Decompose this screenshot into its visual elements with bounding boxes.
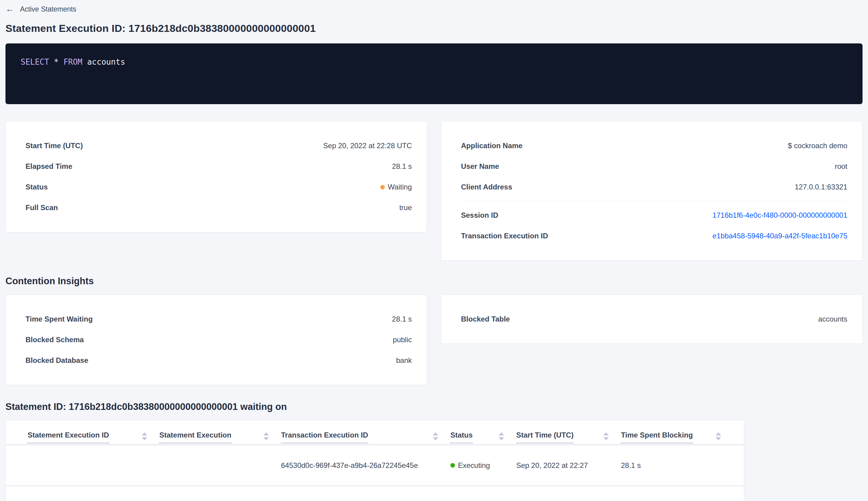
waiting-on-title: Statement ID: 1716b218dc0b38380000000000… <box>6 402 862 412</box>
time-spent-waiting-label: Time Spent Waiting <box>25 315 93 323</box>
overview-card: Start Time (UTC) Sep 20, 2022 at 22:28 U… <box>6 121 427 232</box>
session-id-link[interactable]: 1716b1f6-4e0c-f480-0000-000000000001 <box>713 211 847 220</box>
sort-arrows-icon[interactable] <box>142 433 147 440</box>
column-label: Time Spent Blocking <box>621 431 693 443</box>
time-spent-waiting-value: 28.1 s <box>392 315 412 323</box>
transaction-execution-id-link[interactable]: e1bba458-5948-40a9-a42f-5feac1b10e75 <box>713 232 847 240</box>
contention-right-card: Blocked Table accounts <box>441 295 862 344</box>
details-cards-row: Start Time (UTC) Sep 20, 2022 at 22:28 U… <box>6 121 862 260</box>
column-header-statement-execution-id[interactable]: Statement Execution ID <box>28 431 159 443</box>
sql-text: accounts <box>83 57 125 66</box>
status-badge: Waiting <box>380 183 412 191</box>
row-session-id: Session ID 1716b1f6-4e0c-f480-0000-00000… <box>461 205 847 226</box>
user-name-label: User Name <box>461 162 499 171</box>
row-start-time: Start Time (UTC) Sep 20, 2022 at 22:28 U… <box>25 136 412 156</box>
sql-keyword: FROM <box>63 57 83 66</box>
column-label: Statement Execution <box>159 431 231 443</box>
user-name-value: root <box>835 162 847 171</box>
cell-status: Executing <box>451 461 516 470</box>
sql-statement: SELECT * FROM accounts <box>21 57 847 66</box>
full-scan-label: Full Scan <box>25 203 58 212</box>
waiting-status-dot-icon <box>380 185 385 190</box>
back-link-label: Active Statements <box>20 5 76 13</box>
sort-arrows-icon[interactable] <box>499 433 504 440</box>
contention-insights-title: Contention Insights <box>6 276 862 287</box>
elapsed-time-label: Elapsed Time <box>25 162 72 171</box>
row-time-spent-waiting: Time Spent Waiting 28.1 s <box>25 309 412 329</box>
sort-arrows-icon[interactable] <box>263 433 269 440</box>
waiting-statements-table: Statement Execution ID Statement Executi… <box>6 420 744 501</box>
full-scan-value: true <box>399 203 412 212</box>
column-header-status[interactable]: Status <box>451 431 516 443</box>
row-full-scan: Full Scan true <box>25 198 412 218</box>
active-statement-details-page: ← Active Statements Statement Execution … <box>0 0 868 501</box>
column-header-time-spent-blocking[interactable]: Time Spent Blocking <box>621 431 733 443</box>
sql-keyword: SELECT <box>21 57 49 66</box>
column-label: Statement Execution ID <box>28 431 109 443</box>
client-address-label: Client Address <box>461 183 512 191</box>
blocked-table-value: accounts <box>818 315 847 323</box>
table-header-row: Statement Execution ID Statement Executi… <box>6 420 744 445</box>
status-value: Executing <box>458 461 490 470</box>
status-badge: Executing <box>451 461 516 470</box>
column-header-start-time[interactable]: Start Time (UTC) <box>516 431 621 443</box>
blocked-database-label: Blocked Database <box>25 356 88 365</box>
row-client-address: Client Address 127.0.0.1:63321 <box>461 177 847 198</box>
contention-left-card: Time Spent Waiting 28.1 s Blocked Schema… <box>6 295 427 385</box>
status-value: Waiting <box>388 183 412 191</box>
row-status: Status Waiting <box>25 177 412 198</box>
blocked-schema-value: public <box>393 335 412 344</box>
cell-start-time: Sep 20, 2022 at 22:27 <box>516 461 621 470</box>
card-divider <box>461 201 847 201</box>
sql-text: * <box>49 57 63 66</box>
blocked-table-label: Blocked Table <box>461 315 510 323</box>
status-label: Status <box>25 183 48 191</box>
row-application-name: Application Name $ cockroach demo <box>461 136 847 156</box>
transaction-execution-id-label: Transaction Execution ID <box>461 232 548 240</box>
column-label: Transaction Execution ID <box>281 431 368 443</box>
blocked-database-value: bank <box>396 356 412 365</box>
start-time-label: Start Time (UTC) <box>25 141 83 150</box>
executing-status-dot-icon <box>451 463 455 468</box>
table-row: 64530d0c-969f-437e-a9b4-26a72245e45e Exe… <box>6 445 744 486</box>
row-blocked-table: Blocked Table accounts <box>461 309 847 329</box>
cell-transaction-execution-id: 64530d0c-969f-437e-a9b4-26a72245e45e <box>281 461 451 470</box>
column-header-statement-execution[interactable]: Statement Execution <box>159 431 281 443</box>
row-blocked-schema: Blocked Schema public <box>25 329 412 350</box>
elapsed-time-value: 28.1 s <box>392 162 412 171</box>
contention-cards-row: Time Spent Waiting 28.1 s Blocked Schema… <box>6 295 862 385</box>
sql-statement-box: SELECT * FROM accounts <box>6 43 862 104</box>
sort-arrows-icon[interactable] <box>603 433 609 440</box>
cell-time-spent-blocking: 28.1 s <box>621 461 733 470</box>
application-name-value: $ cockroach demo <box>788 141 847 150</box>
session-id-label: Session ID <box>461 211 498 220</box>
blocked-schema-label: Blocked Schema <box>25 335 84 344</box>
column-label: Status <box>451 431 473 443</box>
session-card: Application Name $ cockroach demo User N… <box>441 121 862 260</box>
back-link-active-statements[interactable]: ← Active Statements <box>6 0 76 13</box>
sort-arrows-icon[interactable] <box>433 433 438 440</box>
row-elapsed-time: Elapsed Time 28.1 s <box>25 156 412 177</box>
client-address-value: 127.0.0.1:63321 <box>795 183 848 191</box>
row-blocked-database: Blocked Database bank <box>25 350 412 371</box>
page-title: Statement Execution ID: 1716b218dc0b3838… <box>6 22 862 34</box>
column-label: Start Time (UTC) <box>516 431 574 443</box>
start-time-value: Sep 20, 2022 at 22:28 UTC <box>323 141 412 150</box>
application-name-label: Application Name <box>461 141 523 150</box>
sort-arrows-icon[interactable] <box>716 433 721 440</box>
column-header-transaction-execution-id[interactable]: Transaction Execution ID <box>281 431 451 443</box>
row-transaction-execution-id: Transaction Execution ID e1bba458-5948-4… <box>461 226 847 246</box>
row-user-name: User Name root <box>461 156 847 177</box>
back-arrow-icon: ← <box>6 5 14 13</box>
